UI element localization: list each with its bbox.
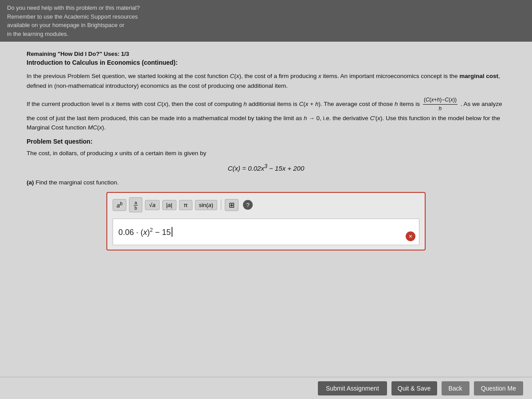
math-input-area[interactable]: 0.06 · (x)2 − 15 ×: [113, 219, 419, 245]
abs-button[interactable]: |a|: [162, 200, 176, 210]
back-button[interactable]: Back: [442, 381, 469, 395]
notice-line3: available on your homepage in Brightspac…: [7, 21, 525, 30]
how-did-i-do-label: Remaining "How Did I Do?" Uses: 1/3: [27, 51, 505, 57]
fraction: (C(x+h)−C(x)) h: [423, 96, 458, 113]
sin-button[interactable]: sin(a): [195, 200, 218, 210]
math-editor: ab a b √a |a| π sin(a) ⊞ ? 0.06 · (x)2 −…: [106, 192, 426, 250]
math-expression: 0.06 · (x)2 − 15: [118, 227, 171, 237]
part-a-label: (a) Find the marginal cost function.: [27, 179, 505, 186]
notice-line4: in the learning modules.: [7, 30, 525, 39]
notice-line2: Remember to use the Academic Support res…: [7, 12, 525, 21]
fraction-button[interactable]: a b: [129, 197, 142, 212]
cost-function: C(x) = 0.02x3 − 15x + 200: [27, 163, 505, 172]
help-icon[interactable]: ?: [243, 200, 253, 210]
intro-para2: If the current production level is x ite…: [27, 96, 505, 133]
math-toolbar: ab a b √a |a| π sin(a) ⊞ ?: [113, 197, 419, 215]
top-notice: Do you need help with this problem or th…: [0, 0, 532, 42]
toolbar-separator: [221, 200, 221, 210]
fraction-denominator: h: [438, 105, 443, 113]
delete-button[interactable]: ×: [406, 231, 415, 241]
problem-set-label: Problem Set question:: [27, 138, 505, 145]
fraction-numerator: (C(x+h)−C(x)): [423, 96, 458, 105]
quit-save-button[interactable]: Quit & Save: [391, 381, 437, 395]
matrix-button[interactable]: ⊞: [225, 199, 239, 211]
main-content: Remaining "How Did I Do?" Uses: 1/3 Intr…: [0, 42, 532, 383]
problem-desc: The cost, in dollars, of producing x uni…: [27, 149, 505, 158]
cursor: [172, 227, 172, 237]
pi-button[interactable]: π: [179, 200, 192, 210]
notice-line1: Do you need help with this problem or th…: [7, 4, 525, 12]
intro-title: Introduction to Calculus in Economics (c…: [27, 59, 505, 66]
bottom-bar: Submit Assignment Quit & Save Back Quest…: [0, 377, 532, 399]
intro-para1: In the previous Problem Set question, we…: [27, 71, 505, 90]
submit-assignment-button[interactable]: Submit Assignment: [318, 381, 387, 395]
power-button[interactable]: ab: [113, 199, 126, 211]
question-me-button[interactable]: Question Me: [474, 381, 523, 395]
sqrt-button[interactable]: √a: [145, 200, 159, 210]
